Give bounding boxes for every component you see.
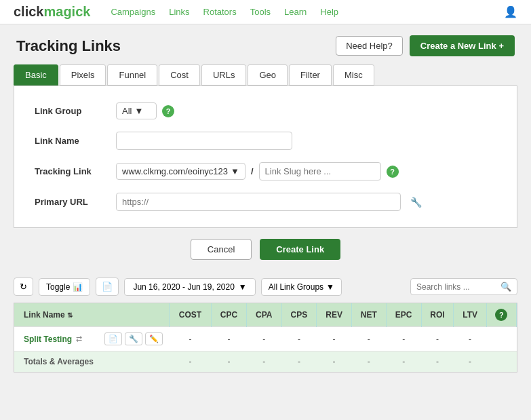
totals-cpa: -	[247, 351, 281, 373]
link-group-row: Link Group All ▼ ?	[35, 102, 496, 119]
tab-pixels[interactable]: Pixels	[60, 64, 106, 85]
link-group-value: All	[122, 106, 132, 116]
tracking-link-help-icon[interactable]: ?	[387, 166, 399, 178]
user-icon[interactable]: 👤	[504, 5, 517, 18]
date-range-chevron-icon: ▼	[239, 282, 247, 292]
row-edit-button[interactable]: ✏️	[145, 332, 163, 345]
logo-magick: magick	[43, 4, 90, 20]
tab-geo[interactable]: Geo	[248, 64, 288, 85]
col-link-name: Link Name ⇅	[14, 303, 170, 327]
logo: clickmagick	[14, 4, 90, 20]
split-icon: ⇄	[76, 335, 82, 343]
col-cpc: CPC	[211, 303, 246, 327]
link-groups-chevron-icon: ▼	[326, 282, 334, 292]
table-wrap: Link Name ⇅ COST CPC CPA CPS REV NET EPC…	[14, 303, 517, 373]
chart-icon: 📊	[73, 282, 83, 292]
primary-url-input[interactable]	[116, 193, 401, 211]
header-actions: Need Help? Create a New Link +	[336, 35, 515, 56]
date-range-button[interactable]: Jun 16, 2020 - Jun 19, 2020 ▼	[124, 278, 255, 296]
row-cpc: -	[211, 327, 246, 351]
form-panel: Link Group All ▼ ? Link Name Tracking Li…	[14, 85, 517, 228]
col-epc: EPC	[386, 303, 421, 327]
toggle-button[interactable]: Toggle 📊	[39, 278, 90, 296]
tracking-link-row: Tracking Link www.clkmg.com/eoinyc123 ▼ …	[35, 162, 496, 180]
export-button[interactable]: 📄	[96, 278, 119, 296]
primary-url-label: Primary URL	[35, 197, 116, 207]
wrench-icon[interactable]: 🔧	[410, 197, 422, 208]
totals-roi: -	[421, 351, 454, 373]
tab-cost[interactable]: Cost	[159, 64, 200, 85]
nav-links: Campaigns Links Rotators Tools Learn Hel…	[111, 7, 504, 17]
col-net: NET	[351, 303, 386, 327]
row-cps: -	[281, 327, 317, 351]
create-link-button[interactable]: Create Link	[260, 239, 340, 260]
row-actions: 📄 🔧 ✏️	[104, 332, 163, 345]
search-wrap: 🔍	[410, 278, 517, 295]
page-title: Tracking Links	[16, 37, 121, 55]
split-testing-link[interactable]: Split Testing	[24, 335, 72, 344]
link-name-row: Link Name	[35, 132, 496, 150]
nav-rotators[interactable]: Rotators	[203, 7, 237, 17]
row-roi: -	[421, 327, 454, 351]
tracking-domain-chevron-icon: ▼	[231, 166, 239, 176]
row-net: -	[351, 327, 386, 351]
totals-rev: -	[317, 351, 352, 373]
search-links-input[interactable]	[416, 282, 498, 292]
row-cpa: -	[247, 327, 281, 351]
export-icon: 📄	[102, 282, 113, 292]
nav-right: 👤	[504, 5, 517, 18]
logo-click: click	[14, 4, 43, 20]
link-group-controls: All ▼ ?	[116, 102, 174, 119]
link-groups-button[interactable]: All Link Groups ▼	[261, 278, 342, 296]
page-header: Tracking Links Need Help? Create a New L…	[0, 24, 531, 64]
totals-cps: -	[281, 351, 317, 373]
link-group-select[interactable]: All ▼	[116, 102, 157, 119]
link-group-chevron-icon: ▼	[134, 106, 143, 116]
nav-help[interactable]: Help	[320, 7, 338, 17]
nav-learn[interactable]: Learn	[284, 7, 307, 17]
slash-separator: /	[251, 166, 254, 176]
tab-basic[interactable]: Basic	[14, 64, 58, 85]
totals-cpc: -	[211, 351, 246, 373]
totals-row: Totals & Averages - - - - - - - - -	[14, 351, 517, 373]
table-row: Split Testing ⇄ 📄 🔧 ✏️ - - - - - - -	[14, 327, 517, 351]
tab-urls[interactable]: URLs	[201, 64, 247, 85]
row-epc: -	[386, 327, 421, 351]
link-name-controls	[116, 132, 292, 150]
row-settings-button[interactable]: 🔧	[125, 332, 142, 345]
row-copy-button[interactable]: 📄	[104, 332, 122, 345]
tab-filter[interactable]: Filter	[289, 64, 332, 85]
row-rev: -	[317, 327, 352, 351]
totals-label: Totals & Averages	[14, 351, 170, 373]
primary-url-row: Primary URL 🔧	[35, 193, 496, 211]
cancel-button[interactable]: Cancel	[191, 239, 252, 260]
search-icon[interactable]: 🔍	[500, 282, 511, 292]
tabs-bar: Basic Pixels Funnel Cost URLs Geo Filter…	[0, 64, 531, 85]
col-cps: CPS	[281, 303, 317, 327]
totals-net: -	[351, 351, 386, 373]
refresh-button[interactable]: ↻	[14, 278, 33, 296]
tracking-domain-select[interactable]: www.clkmg.com/eoinyc123 ▼	[116, 163, 245, 180]
link-name-input[interactable]	[116, 132, 292, 150]
links-table: Link Name ⇅ COST CPC CPA CPS REV NET EPC…	[14, 303, 517, 372]
link-slug-input[interactable]	[259, 162, 381, 180]
navbar: clickmagick Campaigns Links Rotators Too…	[0, 0, 531, 24]
nav-tools[interactable]: Tools	[250, 7, 271, 17]
tab-funnel[interactable]: Funnel	[107, 64, 157, 85]
primary-url-controls: 🔧	[116, 193, 422, 211]
link-name-sort-icon[interactable]: ⇅	[67, 311, 73, 319]
need-help-button[interactable]: Need Help?	[336, 36, 403, 56]
totals-epc: -	[386, 351, 421, 373]
nav-campaigns[interactable]: Campaigns	[111, 7, 155, 17]
totals-cost: -	[170, 351, 211, 373]
col-ltv: LTV	[454, 303, 486, 327]
create-new-link-button[interactable]: Create a New Link +	[410, 35, 515, 56]
tracking-domain-value: www.clkmg.com/eoinyc123	[122, 166, 228, 176]
nav-links-item[interactable]: Links	[169, 7, 189, 17]
toolbar: ↻ Toggle 📊 📄 Jun 16, 2020 - Jun 19, 2020…	[0, 271, 531, 303]
tracking-link-controls: www.clkmg.com/eoinyc123 ▼ / ?	[116, 162, 399, 180]
tab-misc[interactable]: Misc	[333, 64, 374, 85]
col-help[interactable]: ?	[486, 303, 516, 327]
table-header-row: Link Name ⇅ COST CPC CPA CPS REV NET EPC…	[14, 303, 517, 327]
link-group-help-icon[interactable]: ?	[162, 105, 174, 117]
